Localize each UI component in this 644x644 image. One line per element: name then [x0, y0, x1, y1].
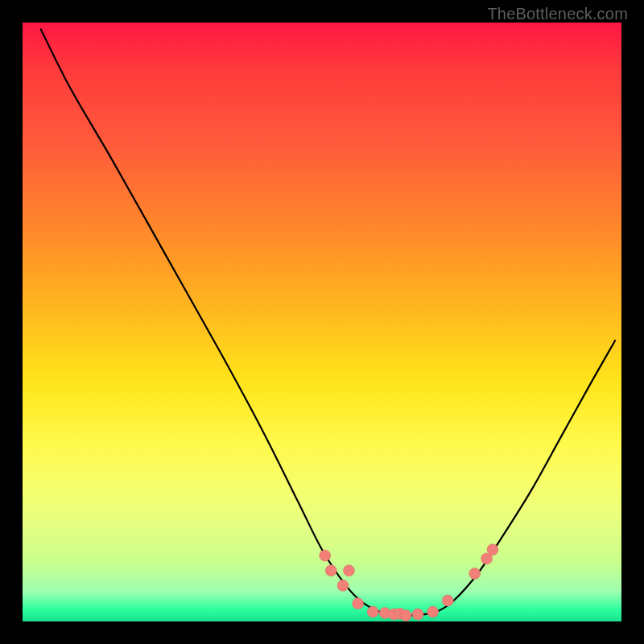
curve-layer	[23, 23, 621, 621]
chart-container: TheBottleneck.com	[0, 0, 644, 644]
data-point	[427, 606, 439, 617]
data-point	[320, 550, 331, 561]
bottleneck-curve	[40, 28, 615, 616]
data-point	[400, 610, 411, 621]
data-point	[343, 565, 354, 576]
data-point	[442, 595, 453, 606]
data-point	[367, 606, 378, 617]
data-point	[353, 598, 364, 609]
data-point	[487, 544, 498, 555]
watermark-text: TheBottleneck.com	[487, 5, 628, 23]
data-point	[469, 568, 481, 579]
data-point	[412, 609, 423, 620]
data-point	[325, 565, 336, 576]
data-point	[337, 580, 349, 591]
plot-area	[23, 23, 621, 621]
